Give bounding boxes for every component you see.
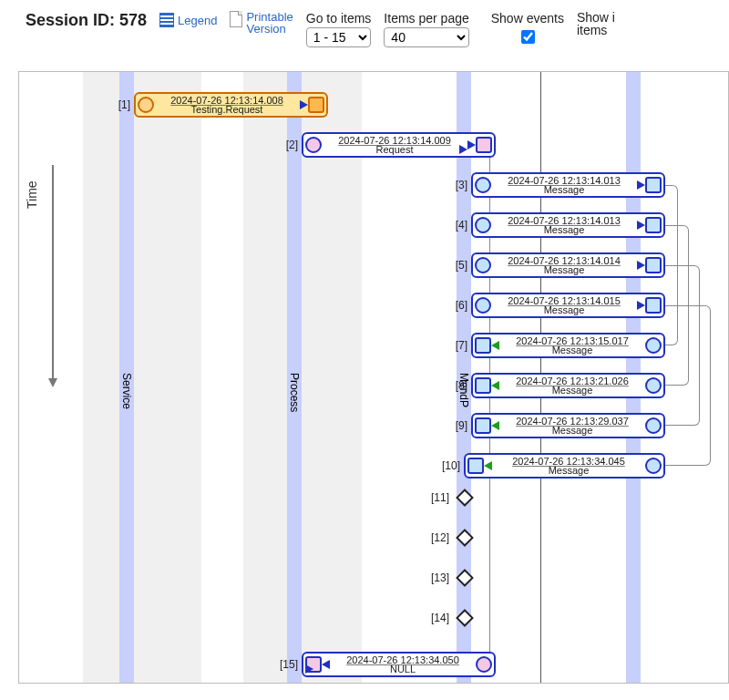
page-icon — [230, 11, 242, 27]
diamond-icon — [456, 569, 474, 587]
legend-icon — [159, 13, 174, 27]
item-index: [15] — [276, 658, 302, 671]
receiver-icon — [645, 177, 662, 193]
item-label: Message — [501, 426, 643, 436]
printable-link[interactable]: PrintableVersion — [230, 11, 293, 35]
trace-item[interactable]: [4] 2024-07-26 12:13:14.013Message — [446, 212, 665, 238]
item-index: [10] — [438, 459, 464, 472]
show-events-label: Show events — [491, 11, 564, 26]
receiver-icon — [645, 297, 662, 314]
item-label: Message — [493, 305, 635, 315]
item-index: [6] — [446, 299, 471, 312]
arrow-left-icon — [491, 381, 499, 390]
item-index: [1] — [108, 98, 134, 111]
time-arrow-icon — [52, 165, 54, 384]
sender-icon — [475, 177, 491, 193]
show-events-checkbox[interactable] — [521, 30, 535, 44]
trace-diagram: Time ServiceProcessMendPO [1] 2024-07-26… — [18, 71, 729, 684]
item-index: [7] — [446, 339, 471, 352]
item-label: NULL — [332, 664, 474, 674]
diamond-icon — [456, 609, 474, 627]
receiver-icon — [467, 458, 484, 474]
arrow-right-icon — [300, 100, 308, 109]
session-id: Session ID: 578 — [26, 11, 147, 30]
item-label: Message — [501, 386, 643, 396]
item-label: Message — [494, 466, 643, 476]
trace-item[interactable]: [10] 2024-07-26 12:13:34.045Message — [438, 453, 665, 479]
arrow-right-icon — [637, 221, 645, 230]
item-index: [12] — [427, 531, 453, 544]
receiver-icon — [645, 257, 662, 273]
goto-group: Go to items 1 - 15 — [306, 11, 372, 47]
receiver-icon — [476, 137, 492, 153]
lane-label-process: Process — [288, 373, 301, 412]
trace-item[interactable]: [2] 2024-07-26 12:13:14.009Request — [276, 132, 496, 158]
arrow-right-icon — [467, 140, 476, 149]
item-index: [3] — [446, 179, 471, 191]
trace-item[interactable]: [14] — [427, 612, 471, 624]
trace-item[interactable]: [8] 2024-07-26 12:13:21.026Message — [446, 373, 665, 398]
item-label: Message — [493, 225, 635, 235]
item-index: [13] — [427, 571, 453, 584]
control-bar: Session ID: 578 Legend PrintableVersion … — [0, 0, 729, 58]
arrow-right-icon — [637, 301, 645, 310]
trace-item[interactable]: [5] 2024-07-26 12:13:14.014Message — [446, 252, 665, 278]
trace-item[interactable]: [1] 2024-07-26 12:13:14.008Testing.Reque… — [108, 92, 328, 118]
show-items-group: Show iitems — [577, 11, 615, 57]
item-label: Testing.Request — [156, 105, 298, 115]
sender-icon — [475, 217, 491, 233]
trace-item[interactable]: [13] — [427, 571, 471, 584]
arrow-left-icon — [322, 660, 330, 669]
arrow-left-icon — [491, 341, 499, 350]
goto-select[interactable]: 1 - 15 — [306, 27, 372, 47]
receiver-icon — [475, 417, 491, 434]
sender-icon — [305, 137, 322, 153]
trace-item[interactable]: [11] — [427, 491, 471, 504]
sender-icon — [645, 377, 662, 394]
arrow-left-icon — [491, 421, 499, 430]
item-label: Message — [493, 265, 635, 275]
legend-link[interactable]: Legend — [159, 13, 217, 27]
arrow-right-icon — [637, 261, 645, 270]
receiver-icon — [308, 97, 324, 113]
item-index: [5] — [446, 259, 471, 272]
receiver-icon — [475, 377, 491, 394]
item-index: [14] — [427, 612, 453, 624]
show-events-group: Show events — [491, 11, 564, 46]
arrow-right-icon — [637, 180, 645, 190]
receiver-icon — [475, 337, 491, 354]
time-axis-label: Time — [25, 180, 39, 209]
item-label: Message — [493, 185, 635, 195]
sender-icon — [475, 257, 491, 273]
sender-icon — [476, 656, 492, 673]
sender-icon — [645, 417, 662, 434]
item-index: [4] — [446, 219, 471, 232]
diamond-icon — [456, 489, 474, 507]
item-index: [11] — [427, 491, 453, 504]
arrow-left-icon — [484, 461, 492, 470]
ipp-select[interactable]: 40 — [384, 27, 468, 47]
lane-label-service: Service — [120, 373, 133, 409]
item-index: [8] — [446, 379, 471, 392]
goto-label: Go to items — [306, 11, 372, 26]
receiver-icon — [645, 217, 662, 233]
ipp-label: Items per page — [384, 11, 468, 26]
trace-item[interactable]: [9] 2024-07-26 12:13:29.037Message — [446, 413, 665, 438]
diamond-icon — [456, 529, 474, 547]
item-index: [2] — [276, 139, 302, 151]
trace-item[interactable]: [7] 2024-07-26 12:13:15.017Message — [446, 333, 665, 358]
ipp-group: Items per page 40 — [384, 11, 468, 47]
sender-icon — [138, 97, 154, 113]
item-index: [9] — [446, 419, 471, 432]
sender-icon — [645, 458, 662, 474]
sender-icon — [645, 337, 662, 354]
trace-item[interactable]: [12] — [427, 531, 471, 544]
item-label: Request — [323, 145, 466, 155]
sender-icon — [475, 297, 491, 314]
trace-item[interactable]: [15] 2024-07-26 12:13:34.050NULL — [276, 652, 496, 677]
trace-item[interactable]: [6] 2024-07-26 12:13:14.015Message — [446, 293, 665, 318]
trace-item[interactable]: [3] 2024-07-26 12:13:14.013Message — [446, 172, 665, 198]
item-label: Message — [501, 345, 643, 355]
